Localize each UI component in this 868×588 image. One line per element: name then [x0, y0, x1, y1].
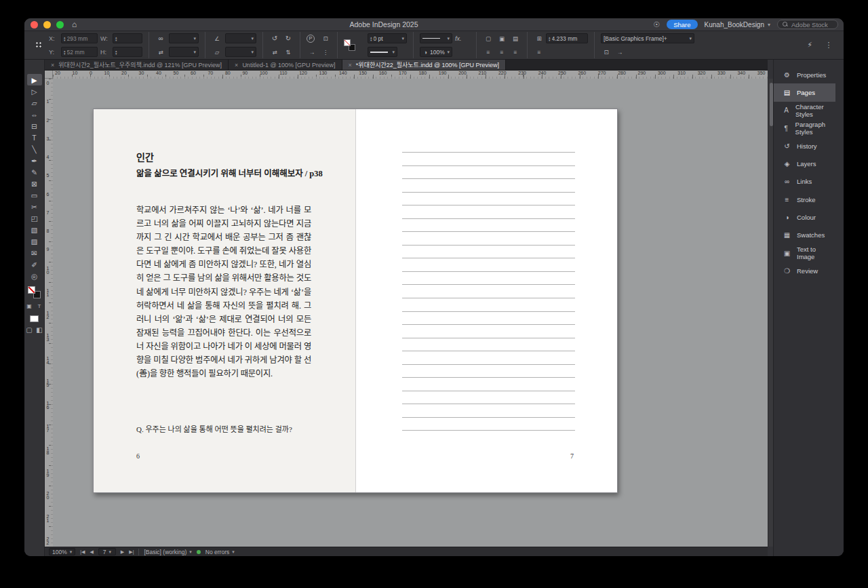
vertical-ruler[interactable]: 012345678910111213141516171819202122 — [45, 79, 53, 547]
document-tab[interactable]: × Untitled-1 @ 100% [GPU Preview] — [229, 60, 342, 70]
vertical-scrollbar[interactable] — [768, 79, 773, 547]
last-page-button[interactable]: ▶| — [129, 549, 134, 555]
document-tab[interactable]: × 위대한시간2_필사노트_우주의책.indd @ 121% [GPU Prev… — [45, 60, 229, 70]
shear-angle-field[interactable]: ▾ — [225, 47, 256, 57]
ruler-origin-corner[interactable] — [45, 71, 53, 79]
page-7[interactable]: 7 — [355, 109, 617, 492]
height-field[interactable]: ▴▾ — [113, 47, 142, 57]
formatting-affects-text-button[interactable]: T — [36, 302, 43, 310]
panel-tab-pages[interactable]: ▤ Pages — [774, 83, 835, 101]
object-style-dropdown[interactable]: [Basic Graphics Frame]+ ▾ — [601, 33, 694, 43]
panel-menu-icon[interactable]: ⋮ — [823, 40, 834, 50]
scissors-tool[interactable]: ✂ — [27, 201, 42, 212]
frame-fitting-icon[interactable]: ≡ — [534, 47, 545, 57]
normal-view-mode-button[interactable]: ▢ — [26, 326, 33, 334]
scrollbar-thumb[interactable] — [770, 83, 773, 126]
line-tool[interactable]: ╲ — [27, 143, 42, 155]
fill-swatch[interactable] — [28, 286, 35, 294]
fill-stroke-widget[interactable] — [28, 286, 41, 298]
zoom-tool[interactable]: ◎ — [27, 270, 42, 281]
close-tab-icon[interactable]: × — [235, 62, 238, 68]
corner-radius-field[interactable]: ▴▾ 4.233 mm — [546, 33, 588, 43]
gap-tool[interactable]: ⇔ — [27, 109, 42, 120]
flip-horizontal-button[interactable]: ⇄ — [269, 47, 280, 57]
page-number-field[interactable]: 7 ▾ — [98, 548, 116, 555]
panel-tab-swatches[interactable]: ▦ Swatches — [774, 227, 835, 244]
home-icon[interactable]: ⌂ — [72, 20, 77, 28]
horizontal-ruler[interactable]: 2010010203040506070809010011012013014015… — [53, 71, 768, 79]
minimize-window-button[interactable] — [43, 21, 51, 28]
pasteboard[interactable]: 인간 앎을 삶으로 연결시키기 위해 너부터 이해해보자 / p38 학교에서 … — [53, 79, 768, 547]
eyedropper-tool[interactable]: ✐ — [27, 258, 42, 270]
close-tab-icon[interactable]: × — [51, 62, 54, 68]
rectangle-tool[interactable]: ▭ — [27, 189, 42, 201]
gradient-feather-tool[interactable]: ▨ — [27, 235, 42, 247]
next-page-button[interactable]: ▶ — [121, 549, 124, 555]
document-tab[interactable]: × *위대한시간22_필사노트.indd @ 100% [GPU Preview… — [342, 60, 507, 70]
apply-color-button[interactable] — [30, 315, 39, 322]
reference-point-proxy[interactable] — [35, 41, 43, 49]
formatting-affects-container-button[interactable]: ▣ — [26, 302, 33, 310]
type-tool[interactable]: T — [27, 132, 42, 143]
flip-horizontal-icon[interactable]: ⇄ — [155, 47, 166, 57]
stroke-weight-field[interactable]: ▴▾ 0 pt ▾ — [368, 33, 407, 43]
stroke-style-dropdown[interactable]: ▾ — [420, 33, 452, 43]
select-previous-icon[interactable]: ⋮ — [320, 47, 331, 57]
scale-x-field[interactable]: ▾ — [169, 33, 199, 43]
close-window-button[interactable] — [31, 21, 38, 28]
panel-tab-layers[interactable]: ◈ Layers — [774, 155, 835, 172]
pencil-tool[interactable]: ✎ — [27, 166, 42, 178]
share-button[interactable]: Share — [667, 20, 697, 29]
zoom-window-button[interactable] — [56, 21, 64, 28]
workspace-switcher[interactable]: Kunah_BookDesign ▾ — [705, 21, 770, 28]
constrain-proportions-icon[interactable]: ∞ — [155, 33, 166, 43]
clear-overrides-icon[interactable]: → — [614, 47, 625, 57]
gradient-swatch-tool[interactable]: ▧ — [27, 224, 42, 235]
panel-tab-stroke[interactable]: ≡ Stroke — [774, 191, 835, 208]
panel-tab-paragraph-styles[interactable]: ¶ Paragraph Styles — [774, 119, 835, 137]
wrap-bounding-box-button[interactable]: ▣ — [496, 33, 507, 43]
page-6[interactable]: 인간 앎을 삶으로 연결시키기 위해 너부터 이해해보자 / p38 학교에서 … — [94, 109, 355, 492]
direct-selection-tool[interactable]: ▷ — [27, 85, 42, 97]
panel-tab-review[interactable]: ❍ Review — [774, 262, 835, 279]
first-page-button[interactable]: |◀ — [80, 549, 85, 555]
panel-tab-history[interactable]: ↺ History — [774, 137, 835, 155]
selection-tool[interactable]: ▶ — [27, 74, 42, 85]
previous-page-button[interactable]: ◀ — [90, 549, 93, 555]
width-field[interactable]: ▴▾ — [113, 33, 142, 43]
panel-tab-text-to-image[interactable]: ▣ Text to Image — [774, 244, 835, 262]
adobe-stock-search-input[interactable]: Adobe Stock — [777, 20, 838, 29]
x-position-field[interactable]: ▴▾ 293 mm — [61, 33, 98, 43]
rectangle-frame-tool[interactable]: ⊠ — [27, 178, 42, 189]
align-center-button[interactable]: ≡ — [496, 47, 507, 57]
pen-tool[interactable]: ✒ — [27, 155, 42, 166]
free-transform-tool[interactable]: ◰ — [27, 212, 42, 224]
stroke-type-dropdown[interactable]: ▾ — [368, 47, 397, 57]
discover-icon[interactable]: ☉ — [653, 20, 660, 29]
wrap-object-shape-button[interactable]: ▤ — [510, 33, 521, 43]
select-container-icon[interactable]: ⊡ — [320, 33, 331, 43]
preflight-status-dropdown[interactable]: No errors ▾ — [205, 549, 235, 555]
scale-y-field[interactable]: ▾ — [169, 47, 199, 57]
panel-tab-character-styles[interactable]: A Character Styles — [774, 102, 835, 119]
rotate-ccw-button[interactable]: ↺ — [269, 33, 280, 43]
close-tab-icon[interactable]: × — [349, 62, 352, 68]
style-override-icon[interactable]: ⊡ — [601, 47, 612, 57]
rotation-angle-field[interactable]: ▾ — [225, 33, 256, 43]
y-position-field[interactable]: ▴▾ 52 mm — [61, 47, 98, 57]
align-left-button[interactable]: ≡ — [483, 47, 494, 57]
page-tool[interactable]: ▱ — [27, 97, 42, 109]
rotate-cw-button[interactable]: ↻ — [283, 33, 294, 43]
fill-stroke-proxy[interactable] — [344, 39, 355, 51]
panel-tab-properties[interactable]: ⚙ Properties — [774, 66, 835, 83]
gpu-performance-icon[interactable]: ⚡ — [804, 40, 815, 50]
panel-tab-colour[interactable]: ◑ Colour — [774, 208, 835, 226]
preflight-profile-dropdown[interactable]: [Basic] (working) ▾ — [144, 549, 191, 555]
effects-button[interactable]: fx. — [455, 35, 470, 42]
content-collector-tool[interactable]: ⊟ — [27, 120, 42, 132]
select-content-icon[interactable]: → — [307, 47, 317, 57]
flip-vertical-button[interactable]: ⇅ — [283, 47, 294, 57]
wrap-none-button[interactable]: ▢ — [483, 33, 494, 43]
opacity-field[interactable]: ◑ 100% ▾ — [420, 47, 452, 57]
align-right-button[interactable]: ≡ — [510, 47, 521, 57]
